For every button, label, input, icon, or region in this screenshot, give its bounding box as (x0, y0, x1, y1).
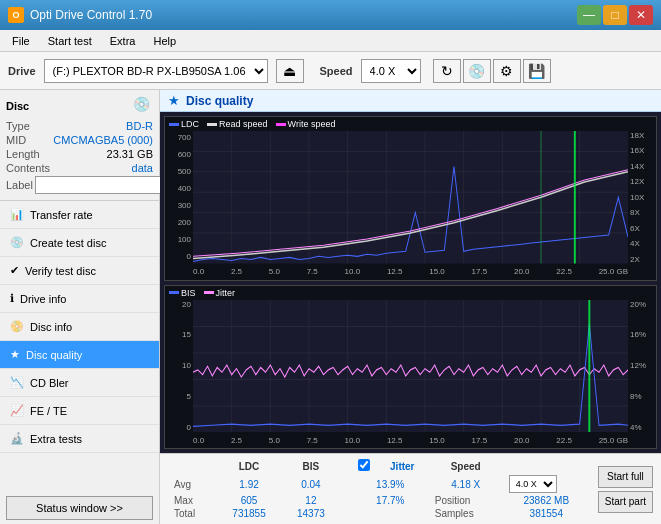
create-test-disc-label: Create test disc (30, 237, 106, 249)
bis-chart: BIS Jitter (164, 285, 657, 450)
max-label: Max (168, 494, 216, 507)
jitter-checkbox[interactable] (358, 459, 370, 471)
menu-bar: File Start test Extra Help (0, 30, 661, 52)
start-part-button[interactable]: Start part (598, 491, 653, 513)
transfer-rate-label: Transfer rate (30, 209, 93, 221)
readspeed-legend-label: Read speed (219, 119, 268, 129)
disc-button[interactable]: 💿 (463, 59, 491, 83)
svg-rect-0 (193, 131, 628, 264)
action-buttons: Start full Start part (598, 458, 653, 520)
disc-panel: Disc 💿 Type BD-R MID CMCMAGBA5 (000) Len… (0, 90, 159, 201)
app-icon: O (8, 7, 24, 23)
label-input[interactable] (35, 176, 168, 194)
fe-te-icon: 📈 (10, 404, 24, 417)
chart2-y-left: 20 15 10 5 0 (165, 300, 193, 433)
samples-value: 381554 (503, 507, 590, 520)
avg-jitter: 13.9% (352, 474, 429, 494)
sidebar-item-verify-test-disc[interactable]: ✔ Verify test disc (0, 257, 159, 285)
length-value: 23.31 GB (107, 148, 153, 160)
content-area: ★ Disc quality LDC Read speed (160, 90, 661, 524)
writespeed-legend-color (276, 123, 286, 126)
window-controls: — □ ✕ (577, 5, 653, 25)
disc-panel-title: Disc (6, 100, 29, 112)
chart1-y-right: 18X 16X 14X 12X 10X 8X 6X 4X 2X (628, 131, 656, 264)
disc-info-icon: 📀 (10, 320, 24, 333)
drive-bar: Drive (F:) PLEXTOR BD-R PX-LB950SA 1.06 … (0, 52, 661, 90)
verify-test-disc-icon: ✔ (10, 264, 19, 277)
main-area: Disc 💿 Type BD-R MID CMCMAGBA5 (000) Len… (0, 90, 661, 524)
max-jitter: 17.7% (352, 494, 429, 507)
ldc-legend-color (169, 123, 179, 126)
speed-display-select[interactable]: 4.0 X (509, 475, 557, 493)
avg-label: Avg (168, 474, 216, 494)
speed-label: Speed (320, 65, 353, 77)
max-ldc: 605 (216, 494, 282, 507)
minimize-button[interactable]: — (577, 5, 601, 25)
maximize-button[interactable]: □ (603, 5, 627, 25)
contents-label: Contents (6, 162, 50, 174)
refresh-button[interactable]: ↻ (433, 59, 461, 83)
title-bar: O Opti Drive Control 1.70 — □ ✕ (0, 0, 661, 30)
jitter-legend-color (204, 291, 214, 294)
sidebar-item-cd-bler[interactable]: 📉 CD Bler (0, 369, 159, 397)
menu-file[interactable]: File (4, 33, 38, 49)
sidebar-item-disc-quality[interactable]: ★ Disc quality (0, 341, 159, 369)
chart-header-title: Disc quality (186, 94, 253, 108)
sidebar-item-drive-info[interactable]: ℹ Drive info (0, 285, 159, 313)
eject-button[interactable]: ⏏ (276, 59, 304, 83)
type-label: Type (6, 120, 30, 132)
length-label: Length (6, 148, 40, 160)
col-header-ldc: LDC (216, 458, 282, 474)
col-header-bis: BIS (282, 458, 340, 474)
drive-select[interactable]: (F:) PLEXTOR BD-R PX-LB950SA 1.06 (44, 59, 268, 83)
speed-select[interactable]: 4.0 X (361, 59, 421, 83)
chart1-y-left: 700 600 500 400 300 200 100 0 (165, 131, 193, 264)
svg-rect-18 (193, 300, 628, 433)
cd-bler-icon: 📉 (10, 376, 24, 389)
sidebar-item-extra-tests[interactable]: 🔬 Extra tests (0, 425, 159, 453)
disc-panel-icon: 💿 (133, 96, 153, 116)
type-value: BD-R (126, 120, 153, 132)
disc-quality-icon: ★ (10, 348, 20, 361)
create-test-disc-icon: 💿 (10, 236, 24, 249)
mid-value: CMCMAGBA5 (000) (53, 134, 153, 146)
chart1-x-axis: 0.0 2.5 5.0 7.5 10.0 12.5 15.0 17.5 20.0… (193, 264, 628, 280)
jitter-legend-label: Jitter (216, 288, 236, 298)
total-ldc: 731855 (216, 507, 282, 520)
chart2-y-right: 20% 16% 12% 8% 4% (628, 300, 656, 433)
chart2-x-axis: 0.0 2.5 5.0 7.5 10.0 12.5 15.0 17.5 20.0… (193, 432, 628, 448)
sidebar-item-disc-info[interactable]: 📀 Disc info (0, 313, 159, 341)
close-button[interactable]: ✕ (629, 5, 653, 25)
menu-start-test[interactable]: Start test (40, 33, 100, 49)
cd-bler-label: CD Bler (30, 377, 69, 389)
position-label: Position (429, 494, 503, 507)
bis-legend-color (169, 291, 179, 294)
menu-extra[interactable]: Extra (102, 33, 144, 49)
chart2-svg (193, 300, 628, 433)
settings-button[interactable]: ⚙ (493, 59, 521, 83)
menu-help[interactable]: Help (145, 33, 184, 49)
position-value: 23862 MB (503, 494, 590, 507)
contents-value: data (132, 162, 153, 174)
save-button[interactable]: 💾 (523, 59, 551, 83)
status-window-button[interactable]: Status window >> (6, 496, 153, 520)
drive-label: Drive (8, 65, 36, 77)
start-full-button[interactable]: Start full (598, 466, 653, 488)
sidebar-item-create-test-disc[interactable]: 💿 Create test disc (0, 229, 159, 257)
stats-table: LDC BIS Jitter Speed Avg 1.92 0.04 (168, 458, 590, 520)
readspeed-legend-color (207, 123, 217, 126)
drive-info-label: Drive info (20, 293, 66, 305)
chart1-svg (193, 131, 628, 264)
charts-area: LDC Read speed Write speed (160, 112, 661, 453)
chart2-legend: BIS Jitter (169, 288, 235, 298)
sidebar-item-transfer-rate[interactable]: 📊 Transfer rate (0, 201, 159, 229)
sidebar-item-fe-te[interactable]: 📈 FE / TE (0, 397, 159, 425)
chart1-legend: LDC Read speed Write speed (169, 119, 335, 129)
samples-label: Samples (429, 507, 503, 520)
avg-bis: 0.04 (282, 474, 340, 494)
stats-bar: LDC BIS Jitter Speed Avg 1.92 0.04 (160, 453, 661, 524)
extra-tests-icon: 🔬 (10, 432, 24, 445)
mid-label: MID (6, 134, 26, 146)
total-bis: 14373 (282, 507, 340, 520)
max-bis: 12 (282, 494, 340, 507)
